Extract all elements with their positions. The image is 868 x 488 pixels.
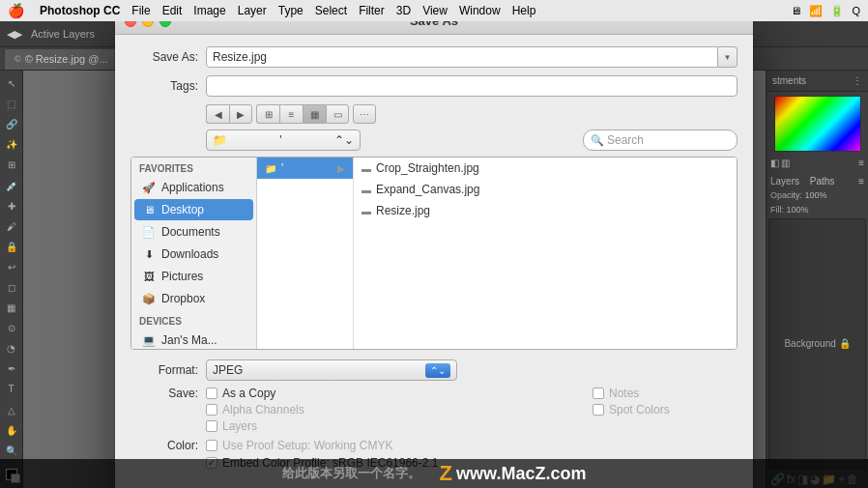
adjustments-label: stments (772, 75, 806, 86)
sidebar-item-dropbox[interactable]: 📦 Dropbox (134, 288, 253, 309)
tags-input[interactable] (206, 75, 738, 97)
menu-file[interactable]: File (131, 4, 150, 17)
notes-option[interactable]: Notes (593, 387, 738, 400)
watermark: 给此版本另取一个名字。 Z www.MacZ.com (0, 459, 868, 488)
applications-icon: 🚀 (142, 181, 156, 194)
tool-crop[interactable]: ⊞ (2, 156, 21, 174)
back-button[interactable]: ◀ (206, 104, 229, 124)
color-row: Color: Use Proof Setup: Working CMYK (130, 439, 738, 452)
sidebar-item-pictures[interactable]: 🖼 Pictures (134, 266, 253, 287)
panel-menu[interactable]: ≡ (858, 176, 864, 187)
use-proof-checkbox[interactable] (206, 440, 217, 451)
forward-button[interactable]: ▶ (229, 104, 252, 124)
sidebar-item-desktop[interactable]: 🖥 Desktop (134, 199, 253, 220)
location-dropdown[interactable]: 📁 ' ⌃⌄ (206, 129, 361, 151)
layers-tab[interactable]: Layers (770, 176, 799, 187)
menu-window[interactable]: Window (459, 4, 501, 17)
color-swatch[interactable] (774, 96, 861, 152)
layers-checkbox[interactable] (206, 420, 217, 432)
list-view-button[interactable]: ≡ (279, 104, 303, 124)
tab-close-icon[interactable]: © (14, 54, 21, 64)
as-a-copy-checkbox[interactable] (206, 388, 217, 399)
file-item-folder[interactable]: 📁 ' ▶ (257, 158, 353, 179)
filename-input[interactable] (206, 46, 718, 68)
alpha-channels-checkbox[interactable] (206, 404, 217, 416)
file-item-expand[interactable]: ▬ Expand_Canvas.jpg (354, 179, 737, 200)
spot-colors-option[interactable]: Spot Colors (593, 403, 738, 416)
sidebar-item-jans-mac[interactable]: 💻 Jan's Ma... (134, 330, 253, 349)
format-dropdown[interactable]: JPEG ⌃⌄ (206, 359, 457, 381)
paths-tab[interactable]: Paths (810, 176, 835, 187)
tool-brush[interactable]: 🖌 (2, 217, 21, 236)
menu-select[interactable]: Select (315, 4, 347, 17)
file-item-resize[interactable]: ▬ Resize.jpg (354, 200, 737, 221)
opacity-label: Opacity: 100% (770, 190, 827, 200)
tool-pen[interactable]: ✒ (2, 359, 21, 378)
menu-view[interactable]: View (422, 4, 448, 17)
panel-ctrl3[interactable]: ≡ (858, 158, 864, 168)
tool-eyedropper[interactable]: 💉 (2, 176, 21, 194)
panel-icons[interactable]: ⋮ (853, 75, 862, 86)
favorites-header: Favorites (131, 158, 256, 176)
tool-lasso[interactable]: 🔗 (2, 115, 21, 133)
menu-photoshop[interactable]: Photoshop CC (40, 4, 120, 17)
notes-checkbox[interactable] (593, 388, 604, 399)
file-column-2: ▬ Crop_Straighten.jpg ▬ Expand_Canvas.jp… (354, 158, 737, 349)
color-options: Use Proof Setup: Working CMYK (206, 439, 393, 452)
tool-history[interactable]: ↩ (2, 258, 21, 276)
format-value: JPEG (213, 363, 243, 377)
tool-shape[interactable]: △ (2, 401, 21, 419)
tool-select[interactable]: ⬚ (2, 95, 21, 113)
panel-ctrl2[interactable]: ▥ (781, 158, 790, 168)
tool-gradient[interactable]: ▦ (2, 299, 21, 317)
cover-flow-button[interactable]: ▭ (326, 104, 349, 124)
panel-ctrl1[interactable]: ◧ (770, 158, 779, 168)
panel-controls: ◧ ▥ ≡ (767, 156, 868, 170)
tool-magic-wand[interactable]: ✨ (2, 135, 21, 154)
sidebar-item-downloads[interactable]: ⬇ Downloads (134, 244, 253, 265)
file-toolbar: ◀ ▶ ⊞ ≡ ▦ ▭ ⋯ (130, 104, 738, 124)
menu-filter[interactable]: Filter (359, 4, 385, 17)
column-view-button[interactable]: ▦ (303, 104, 326, 124)
tool-dodge[interactable]: ◔ (2, 339, 21, 358)
tool-hand[interactable]: ✋ (2, 421, 21, 440)
ps-arrow-icon: ◀▶ (6, 25, 23, 43)
file-item-crop[interactable]: ▬ Crop_Straighten.jpg (354, 158, 737, 179)
arrow-right-icon: ▶ (337, 163, 345, 174)
use-proof-option[interactable]: Use Proof Setup: Working CMYK (206, 439, 393, 452)
location-bar: 📁 ' ⌃⌄ 🔍 Search (130, 129, 738, 151)
panel-header-adjustments: stments ⋮ (767, 71, 868, 92)
icon-view-button[interactable]: ⊞ (256, 104, 279, 124)
menu-3d[interactable]: 3D (396, 4, 411, 17)
tool-heal[interactable]: ✚ (2, 197, 21, 215)
arrange-button[interactable]: ⋯ (353, 104, 376, 124)
file-label-crop: Crop_Straighten.jpg (376, 161, 479, 175)
jans-mac-label: Jan's Ma... (161, 333, 217, 347)
folder-icon: 📁 (265, 163, 276, 174)
alpha-channels-option[interactable]: Alpha Channels (206, 403, 573, 416)
menu-help[interactable]: Help (512, 4, 536, 17)
search-box[interactable]: 🔍 Search (583, 129, 738, 151)
spot-colors-checkbox[interactable] (593, 404, 604, 416)
apple-menu[interactable]: 🍎 (8, 3, 24, 18)
menu-image[interactable]: Image (193, 4, 225, 17)
sidebar-item-applications[interactable]: 🚀 Applications (134, 177, 253, 198)
filename-arrow[interactable]: ▼ (718, 46, 738, 68)
tool-eraser[interactable]: ◻ (2, 278, 21, 297)
tool-blur[interactable]: ⊙ (2, 319, 21, 337)
ps-document-tab[interactable]: © © Resize.jpg @... (4, 48, 119, 70)
background-layer[interactable]: Background 🔒 (784, 338, 850, 349)
file-label-expand: Expand_Canvas.jpg (376, 183, 479, 196)
tool-zoom[interactable]: 🔍 (2, 442, 21, 460)
watermark-text: www.MacZ.com (456, 464, 586, 484)
menu-edit[interactable]: Edit (162, 4, 183, 17)
sidebar-item-documents[interactable]: 📄 Documents (134, 221, 253, 243)
tool-type[interactable]: T (2, 380, 21, 398)
use-proof-label: Use Proof Setup: Working CMYK (222, 439, 393, 452)
menu-layer[interactable]: Layer (238, 4, 267, 17)
tool-clone[interactable]: 🔒 (2, 238, 21, 256)
tool-move[interactable]: ↖ (2, 74, 21, 93)
menu-type[interactable]: Type (278, 4, 304, 17)
as-a-copy-option[interactable]: As a Copy (206, 387, 573, 400)
layers-option[interactable]: Layers (206, 419, 573, 433)
